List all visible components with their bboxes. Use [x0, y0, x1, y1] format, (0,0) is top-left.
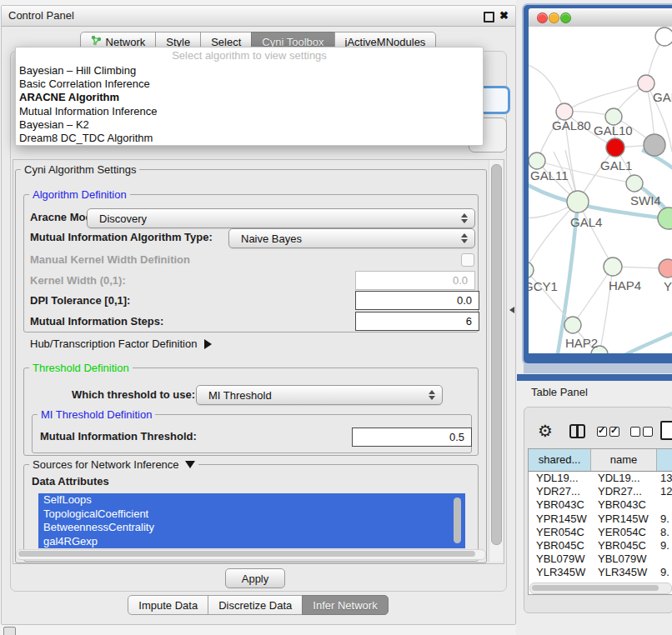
table-cell: 9. — [655, 566, 672, 579]
expanded-arrow-icon — [185, 461, 195, 468]
aracne-mode-value: Discovery — [88, 212, 459, 225]
aracne-mode-select[interactable]: Discovery — [87, 208, 475, 228]
network-node-gal[interactable] — [638, 75, 654, 92]
stepper-arrows-icon — [459, 213, 470, 223]
select-all-checkboxes-icon[interactable] — [597, 427, 619, 437]
manual-kernel-checkbox[interactable] — [461, 253, 474, 267]
network-node[interactable] — [644, 134, 665, 156]
table-panel-title: Table Panel — [531, 386, 588, 398]
dock-mini-icon[interactable] — [3, 627, 16, 635]
attribute-item-betweennesscentrality[interactable]: BetweennessCentrality — [38, 521, 465, 535]
mi-steps-label: Mutual Information Steps: — [30, 315, 163, 328]
bottom-tab-infer-network[interactable]: Infer Network — [302, 595, 388, 615]
table-row[interactable]: YBR043CYBR043C — [529, 498, 672, 512]
float-window-icon[interactable] — [484, 12, 494, 22]
mi-algorithm-type-value: Naive Bayes — [229, 232, 459, 245]
column-header-name[interactable]: name — [591, 449, 657, 471]
column-layout-icon[interactable] — [569, 424, 585, 438]
algorithm-option-mutual-information-inference[interactable]: Mutual Information Inference — [19, 105, 479, 118]
sources-title-text: Sources for Network Inference — [33, 458, 179, 471]
network-edge[interactable] — [529, 63, 564, 112]
network-node-hap2[interactable] — [564, 317, 581, 333]
network-node-swi4[interactable] — [626, 175, 643, 192]
table-row[interactable]: YER054CYER054C8. — [529, 526, 672, 539]
table-header: shared...name — [529, 449, 672, 472]
network-edge[interactable] — [573, 267, 613, 325]
table-cell — [655, 498, 672, 512]
network-node-gal11[interactable] — [529, 152, 545, 169]
table-cell: YDR27... — [529, 485, 590, 498]
close-icon[interactable]: ✖ — [499, 9, 509, 22]
panel-divider-bar[interactable] — [517, 374, 672, 381]
network-node-hap4[interactable] — [604, 258, 622, 276]
algorithm-popup-placeholder: Select algorithm to view settings — [16, 49, 483, 62]
settings-hscrollbar[interactable] — [16, 549, 486, 560]
data-attributes-label: Data Attributes — [32, 475, 109, 488]
network-edges-svg — [529, 27, 672, 353]
document-icon[interactable] — [660, 421, 672, 440]
network-node[interactable] — [658, 208, 672, 229]
mi-threshold-field[interactable]: 0.5 — [352, 428, 472, 447]
kernel-width-label: Kernel Width (0,1): — [30, 274, 126, 287]
table-cell: YLR345W — [529, 566, 590, 579]
close-traffic-light-icon[interactable] — [537, 12, 548, 23]
network-edge[interactable] — [564, 83, 646, 112]
table-cell: YPR145W — [590, 512, 655, 526]
table-cell: 12 — [655, 485, 672, 498]
attributes-scrollbar-thumb[interactable] — [454, 498, 461, 543]
deselect-all-checkboxes-icon[interactable] — [630, 427, 653, 437]
column-header-shared[interactable]: shared... — [529, 449, 591, 471]
table-cell: YDL19... — [529, 472, 590, 485]
dpi-tolerance-field[interactable]: 0.0 — [355, 291, 479, 310]
bottom-tab-discretize-data[interactable]: Discretize Data — [208, 595, 303, 615]
threshold-definition-title: Threshold Definition — [29, 362, 133, 374]
network-node-gal10[interactable] — [605, 108, 622, 125]
table-cell: 9. — [655, 539, 672, 552]
apply-button[interactable]: Apply — [225, 568, 285, 588]
mi-steps-field[interactable]: 6 — [355, 312, 479, 331]
table-row[interactable]: YLR345WYLR345W9. — [529, 566, 672, 579]
table-row[interactable]: YDR27...YDR27...12 — [529, 485, 672, 498]
network-window-titlebar[interactable] — [529, 8, 672, 28]
hub-definition-toggle[interactable]: Hub/Transcription Factor Definition — [30, 338, 212, 350]
algorithm-popup-list: Bayesian – Hill ClimbingBasic Correlatio… — [19, 64, 479, 145]
attribute-item-topologicalcoefficient[interactable]: TopologicalCoefficient — [38, 508, 465, 522]
minimize-traffic-light-icon[interactable] — [549, 12, 559, 23]
sources-group-title[interactable]: Sources for Network Inference — [29, 458, 198, 471]
network-node-gcy1[interactable] — [529, 262, 534, 278]
node-label-gal10: GAL10 — [594, 123, 633, 138]
table-hscrollbar[interactable] — [529, 582, 672, 594]
bottom-tab-impute-data[interactable]: Impute Data — [128, 595, 208, 615]
network-node-gal80[interactable] — [556, 103, 573, 120]
network-node-y[interactable] — [659, 259, 672, 278]
hub-definition-label: Hub/Transcription Factor Definition — [30, 338, 197, 350]
table-row[interactable]: YBR045CYBR045C9. — [529, 539, 672, 552]
mi-algorithm-type-select[interactable]: Naive Bayes — [228, 228, 475, 248]
tab-label: Infer Network — [313, 599, 377, 612]
table-row[interactable]: YBL079WYBL079W — [529, 552, 672, 566]
network-canvas[interactable]: GALGAL80GAL10GAL1GAL11SWI4GAL4GCY1HAP4YH… — [529, 27, 672, 353]
network-node-gal4[interactable] — [567, 191, 589, 212]
table-row[interactable]: YPR145WYPR145W9. — [529, 512, 672, 526]
attribute-item-selfloops[interactable]: SelfLoops — [38, 493, 465, 508]
gear-icon[interactable]: ⚙ — [538, 421, 553, 441]
panel-title: Control Panel — [8, 6, 74, 26]
kernel-width-field[interactable]: 0.0 — [355, 271, 475, 290]
control-panel-titlebar: Control Panel ✖ — [2, 6, 515, 27]
network-node-gal1[interactable] — [606, 138, 624, 157]
manual-kernel-label: Manual Kernel Width Definition — [30, 253, 190, 266]
algorithm-option-bayesian-k2[interactable]: Bayesian – K2 — [19, 118, 479, 132]
algorithm-option-bayesian-hill-climbing[interactable]: Bayesian – Hill Climbing — [19, 64, 479, 78]
settings-vscrollbar[interactable] — [489, 160, 503, 562]
zoom-traffic-light-icon[interactable] — [560, 12, 571, 23]
network-node[interactable] — [655, 28, 672, 46]
algorithm-option-dream8-dc-tdc-algorithm[interactable]: Dream8 DC_TDC Algorithm — [19, 132, 479, 145]
algorithm-option-aracne-algorithm[interactable]: ARACNE Algorithm — [19, 91, 479, 104]
algorithm-option-basic-correlation-inference[interactable]: Basic Correlation Inference — [19, 78, 479, 91]
table-row[interactable]: YDL19...YDL19...13 — [529, 472, 672, 485]
attribute-item-gal4rgexp[interactable]: gal4RGexp — [38, 535, 465, 549]
column-header[interactable] — [657, 449, 672, 471]
which-threshold-select[interactable]: MI Threshold — [196, 385, 443, 405]
panel-splitter-arrow-icon[interactable] — [509, 307, 514, 313]
node-label-hap2: HAP2 — [565, 336, 598, 350]
